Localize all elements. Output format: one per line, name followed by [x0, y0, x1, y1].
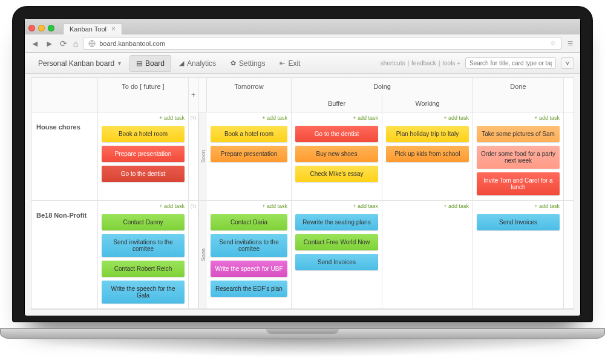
kanban-card[interactable]: Invite Tom and Carol for a lunch [477, 172, 560, 195]
swimlane-row: Be18 Non-Profitadd taskContact DannySend… [31, 201, 574, 309]
column-header-row-1: To do [ future ] + Tomorrow Doing Done B… [31, 78, 574, 112]
kanban-card[interactable]: Research the EDF's plan [211, 281, 287, 297]
column-cell: add taskBook a hotel roomPrepare present… [207, 112, 292, 200]
add-task-button[interactable]: add task [477, 115, 560, 121]
board-selector[interactable]: Personal Kanban board ▼ [31, 56, 129, 71]
browser-menu-icon[interactable]: ≡ [565, 38, 575, 49]
tab-close-icon[interactable]: × [111, 25, 116, 33]
swimlane-row: House choresadd taskBook a hotel roomPre… [31, 112, 574, 201]
nav-back-icon[interactable]: ◄ [30, 37, 41, 50]
add-task-button[interactable]: add task [477, 203, 560, 209]
wip-count: (1) [189, 201, 198, 308]
add-task-button[interactable]: add task [295, 115, 378, 121]
browser-chrome: Kanban Tool × ◄ ► ⟳ ⌂ board.kanbantool.c… [25, 19, 580, 53]
browser-tab[interactable]: Kanban Tool × [63, 23, 122, 34]
nav-analytics[interactable]: ◢ Analytics [172, 55, 223, 72]
kanban-card[interactable]: Take some pictures of Sam [477, 126, 560, 142]
col-todo: To do [ future ] [98, 78, 189, 112]
column-cell: add taskPlan holiday trip to ItalyPick u… [382, 112, 473, 200]
kanban-card[interactable]: Contact Free World Now [295, 234, 378, 250]
laptop-frame: Kanban Tool × ◄ ► ⟳ ⌂ board.kanbantool.c… [12, 6, 593, 322]
maximize-window-icon[interactable] [48, 25, 54, 31]
kanban-card[interactable]: Send invitations to the comitee [211, 234, 287, 257]
bookmark-star-icon[interactable]: ☆ [550, 39, 556, 47]
nav-forward-icon[interactable]: ► [44, 37, 55, 50]
kanban-card[interactable]: Go to the dentist [102, 166, 185, 182]
column-cell: add taskBook a hotel roomPrepare present… [98, 112, 189, 200]
screen: Kanban Tool × ◄ ► ⟳ ⌂ board.kanbantool.c… [24, 18, 581, 316]
kanban-card[interactable]: Write the speech for the Gala [102, 281, 185, 304]
add-task-button[interactable]: add task [386, 115, 469, 121]
link-tools[interactable]: tools + [442, 60, 460, 67]
laptop-base [0, 328, 605, 339]
column-cell: add taskRewrite the seating plansContact… [292, 201, 382, 308]
exit-icon: ⇤ [280, 59, 285, 67]
kanban-card[interactable]: Send Invoices [295, 254, 378, 270]
search-input[interactable] [465, 57, 556, 69]
kanban-card[interactable]: Prepare presentation [211, 146, 287, 162]
add-task-button[interactable]: add task [386, 203, 469, 209]
nav-exit[interactable]: ⇤ Exit [273, 55, 307, 72]
analytics-icon: ◢ [179, 59, 184, 67]
globe-icon [88, 40, 96, 47]
col-buffer: Buffer [292, 95, 382, 112]
kanban-card[interactable]: Order some food for a party next week [477, 146, 560, 169]
swimlane-label: House chores [31, 112, 98, 200]
kanban-card[interactable]: Book a hotel room [102, 126, 185, 142]
kanban-card[interactable]: Pick up kids from school [386, 146, 469, 162]
quick-links: shortcuts | feedback | tools + [381, 60, 460, 67]
col-working: Working [382, 95, 473, 112]
soon-label: Soon [198, 112, 207, 200]
swimlane-label: Be18 Non-Profit [31, 201, 98, 308]
nav-home-icon[interactable]: ⌂ [72, 37, 79, 50]
col-doing: Doing [292, 78, 473, 95]
url-text: board.kanbantool.com [99, 40, 165, 47]
add-task-button[interactable]: add task [211, 115, 287, 121]
reflection [30, 339, 575, 357]
nav-reload-icon[interactable]: ⟳ [59, 37, 68, 50]
gear-icon: ✿ [231, 59, 236, 67]
app-toolbar: Personal Kanban board ▼ ▤ Board ◢ Analyt… [25, 53, 580, 74]
column-cell: add taskContact DariaSend invitations to… [207, 201, 292, 308]
soon-label: Soon [198, 201, 207, 308]
board-name: Personal Kanban board [38, 59, 114, 68]
nav-settings[interactable]: ✿ Settings [224, 55, 272, 72]
col-soon-header [198, 78, 207, 112]
kanban-card[interactable]: Send invitations to the comitee [102, 234, 185, 257]
add-task-button[interactable]: add task [102, 203, 185, 209]
kanban-card[interactable]: Plan holiday trip to Italy [386, 126, 469, 142]
add-task-button[interactable]: add task [102, 115, 185, 121]
kanban-card[interactable]: Go to the dentist [295, 126, 378, 142]
add-column-button[interactable]: + [189, 78, 198, 112]
link-feedback[interactable]: feedback [411, 60, 436, 67]
close-window-icon[interactable] [28, 25, 35, 31]
caret-down-icon: ▼ [117, 60, 122, 67]
board-nav: ▤ Board ◢ Analytics ✿ Settings ⇤ Exit [129, 55, 307, 72]
col-done: Done [473, 78, 564, 112]
kanban-card[interactable]: Send Invoices [477, 214, 560, 230]
kanban-card[interactable]: Write the speech for UBF [211, 261, 287, 277]
column-cell: add taskGo to the dentistBuy new shoesCh… [292, 112, 382, 200]
wip-count: (1) [189, 112, 198, 200]
kanban-card[interactable]: Check Mike's essay [295, 166, 378, 182]
kanban-card[interactable]: Book a hotel room [211, 126, 287, 142]
minimize-window-icon[interactable] [38, 25, 45, 31]
board-icon: ▤ [136, 59, 142, 67]
kanban-card[interactable]: Contact Danny [102, 214, 185, 230]
kanban-card[interactable]: Contact Daria [211, 214, 287, 230]
kanban-card[interactable]: Contact Robert Reich [102, 261, 185, 277]
window-controls [28, 25, 54, 31]
link-shortcuts[interactable]: shortcuts [381, 60, 405, 67]
header-blank [31, 78, 98, 95]
filter-button[interactable]: ⋎ [561, 57, 574, 69]
nav-board[interactable]: ▤ Board [129, 55, 171, 72]
kanban-card[interactable]: Prepare presentation [102, 146, 185, 162]
kanban-card[interactable]: Rewrite the seating plans [295, 214, 378, 230]
column-cell: add taskTake some pictures of SamOrder s… [473, 112, 564, 200]
address-bar[interactable]: board.kanbantool.com ☆ [83, 37, 561, 50]
tab-title: Kanban Tool [70, 25, 106, 33]
header-blank2 [31, 95, 98, 112]
kanban-card[interactable]: Buy new shoes [295, 146, 378, 162]
add-task-button[interactable]: add task [211, 203, 287, 209]
add-task-button[interactable]: add task [295, 203, 378, 209]
